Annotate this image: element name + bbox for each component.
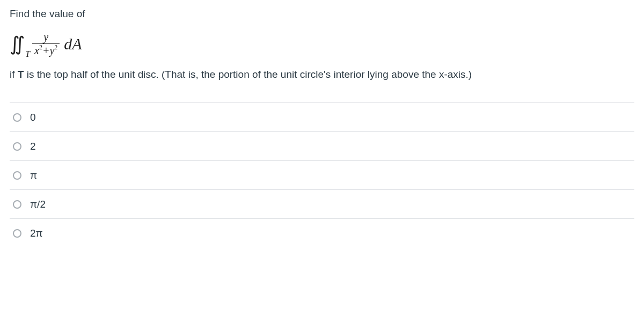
denom-x: x bbox=[34, 45, 39, 56]
answer-option[interactable]: π/2 bbox=[10, 189, 634, 218]
denom-y: y bbox=[49, 45, 54, 56]
radio-icon[interactable] bbox=[13, 142, 21, 151]
radio-icon[interactable] bbox=[13, 113, 21, 122]
answer-label: π/2 bbox=[30, 199, 46, 210]
answer-label: 2 bbox=[30, 141, 36, 152]
answer-option[interactable]: 0 bbox=[10, 102, 634, 131]
denom-y-power: 2 bbox=[54, 43, 57, 51]
denominator: x2+y2 bbox=[32, 43, 60, 56]
answer-list: 0 2 π π/2 2π bbox=[10, 102, 634, 247]
denom-plus: + bbox=[42, 45, 50, 56]
denom-x-power: 2 bbox=[39, 43, 42, 51]
radio-icon[interactable] bbox=[13, 200, 21, 209]
prompt-intro: Find the value of bbox=[10, 6, 634, 22]
double-integral-symbol: ∬ T bbox=[10, 30, 23, 58]
answer-option[interactable]: 2 bbox=[10, 131, 634, 160]
differential-dA: dA bbox=[64, 32, 82, 56]
math-integral-expression: ∬ T y x2+y2 dA bbox=[10, 30, 634, 58]
numerator: y bbox=[41, 31, 50, 43]
integral-subscript: T bbox=[25, 48, 28, 61]
answer-label: 2π bbox=[30, 227, 43, 239]
prompt-condition: if T is the top half of the unit disc. (… bbox=[10, 67, 634, 83]
fraction: y x2+y2 bbox=[32, 31, 60, 56]
radio-icon[interactable] bbox=[13, 171, 21, 180]
prompt-pre: if bbox=[10, 69, 18, 80]
answer-option[interactable]: π bbox=[10, 160, 634, 189]
answer-label: 0 bbox=[30, 112, 36, 123]
answer-option[interactable]: 2π bbox=[10, 218, 634, 247]
radio-icon[interactable] bbox=[13, 229, 21, 238]
region-name: T bbox=[18, 69, 24, 80]
prompt-post: is the top half of the unit disc. (That … bbox=[24, 69, 472, 80]
question-prompt: Find the value of ∬ T y x2+y2 dA if T is… bbox=[10, 6, 634, 82]
integral-glyph: ∬ bbox=[10, 33, 23, 55]
answer-label: π bbox=[30, 170, 37, 181]
